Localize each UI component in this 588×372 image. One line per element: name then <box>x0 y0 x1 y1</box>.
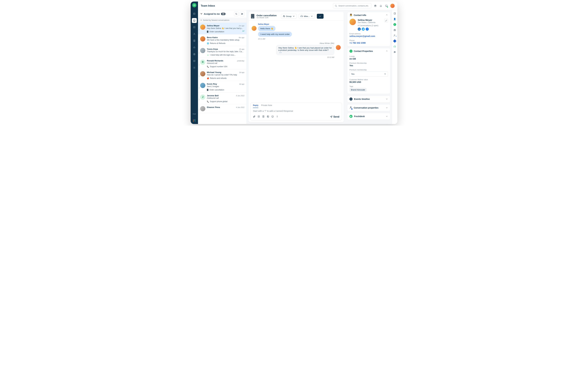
conversation-name: Jerome Bell <box>207 94 219 97</box>
canned-icon[interactable] <box>258 115 260 118</box>
conversation-name: Ronald Richards <box>207 60 223 62</box>
nav-settings[interactable] <box>192 65 197 70</box>
chevron-down-icon <box>386 98 388 100</box>
phone-value[interactable]: +1 782 342 2398 <box>349 42 388 44</box>
drag-handle-icon[interactable]: ⋮ <box>198 75 200 77</box>
locale-value: en-GB <box>349 58 388 60</box>
collapse-icon[interactable] <box>386 14 388 17</box>
avatar <box>200 48 205 53</box>
avatar: R <box>200 60 205 65</box>
conversation-item[interactable]: ⋮ Eleanor Pena 4 Jan 2022 <box>198 104 247 113</box>
conversation-preview: Thankyou so much for the reply Jake. Ca.… <box>207 51 244 53</box>
contact-conversations-link[interactable]: 4 Conversations (2 open) <box>358 24 382 27</box>
headset-support-icon[interactable] <box>393 45 396 48</box>
freshdesk-toggle[interactable]: ◐ Freshdesk <box>347 113 390 120</box>
nav-apps-grid[interactable] <box>192 118 197 123</box>
nav-library[interactable] <box>192 38 197 43</box>
conversation-list: Assigned to me 34 Sorted by Newest conve… <box>198 10 247 124</box>
chevron-down-icon <box>386 115 388 118</box>
gift-icon[interactable] <box>374 4 377 7</box>
resolve-button[interactable] <box>317 14 324 19</box>
expand-panel-icon[interactable] <box>393 12 396 15</box>
nav-billing[interactable] <box>192 52 197 57</box>
add-user-icon[interactable]: + <box>393 34 396 37</box>
avatar <box>200 36 205 41</box>
conversation-item[interactable]: ⋮ J Jerome Bell 9 Jan 2022 Outbound call… <box>198 93 247 104</box>
message-time: 10:11 AM <box>258 38 292 40</box>
conversation-item[interactable]: ⋮ Selina Meyer 2m ago Hey there Selina 👋… <box>198 23 247 34</box>
drag-handle-icon[interactable]: ⋮ <box>198 109 200 111</box>
linkedin-icon[interactable]: in <box>358 28 361 31</box>
nav-bot[interactable] <box>192 45 197 50</box>
nav-inbox[interactable] <box>192 18 197 23</box>
bell-icon[interactable] <box>379 4 382 7</box>
drag-handle-icon[interactable]: ⋮ <box>198 52 200 54</box>
conversation-time: 2h ago <box>239 48 244 50</box>
conversation-item[interactable]: ⋮ Kevin Roy 4d ago Sent 2 images Order c… <box>198 81 247 93</box>
twitter-icon[interactable] <box>362 28 365 31</box>
agent-select[interactable]: Mike... <box>299 14 315 19</box>
nav-reports[interactable] <box>192 59 197 63</box>
kb-icon[interactable] <box>262 115 265 118</box>
camera-icon[interactable] <box>393 29 396 31</box>
conversation-properties-toggle[interactable]: Conversation properties <box>347 104 390 111</box>
conversation-item[interactable]: ⋮ Yusra Zoya 2h ago Thankyou so much for… <box>198 46 247 58</box>
premium-membership-select[interactable]: Yes <box>349 71 388 77</box>
svg-point-22 <box>272 116 273 117</box>
brand-logo[interactable] <box>192 3 197 7</box>
edit-contact-button[interactable] <box>384 19 388 22</box>
drag-handle-icon[interactable]: ⋮ <box>198 98 200 101</box>
search-input[interactable]: Search conversation, contacts,etc. <box>333 3 371 8</box>
emoji-icon[interactable] <box>271 115 274 118</box>
svg-rect-20 <box>267 116 269 117</box>
sort-button[interactable] <box>234 12 239 16</box>
svg-point-14 <box>242 13 242 14</box>
composer-input[interactable]: Start with a "/" to add a Canned Respons… <box>251 108 342 114</box>
conversation-preview: Inbound call <box>207 62 244 64</box>
nav-people[interactable] <box>192 31 197 36</box>
email-value[interactable]: selina.meyer@gmail.com <box>349 35 388 37</box>
filter-label[interactable]: Assigned to me <box>204 13 220 15</box>
info-icon[interactable]: i <box>393 23 396 26</box>
phone-label: Phone <box>349 40 388 41</box>
image-icon[interactable] <box>267 115 269 118</box>
collapse-icon[interactable] <box>386 50 388 53</box>
group-select[interactable]: Group <box>281 14 297 19</box>
chevron-down-icon <box>293 15 295 17</box>
tab-private-note[interactable]: Private Note <box>261 104 272 108</box>
sort-row[interactable]: Sorted by Newest conversations <box>198 18 247 23</box>
tag-chip[interactable]: Brand Advocate <box>349 88 367 92</box>
diamond-icon[interactable] <box>393 40 396 42</box>
drag-handle-icon[interactable]: ⋮ <box>198 40 200 42</box>
facebook-icon[interactable]: f <box>366 28 369 31</box>
sliders-icon[interactable] <box>393 51 396 54</box>
svg-point-30 <box>394 30 395 31</box>
more-icon[interactable] <box>276 115 278 118</box>
attach-icon[interactable] <box>253 115 255 118</box>
conversation-item[interactable]: ⋮ Michael Young 2d ago How do I cancel m… <box>198 69 247 81</box>
conversation-item[interactable]: ⋮ R Ronald Richards yesterday Inbound ca… <box>198 58 247 69</box>
drag-handle-icon[interactable]: ⋮ <box>198 87 200 89</box>
svg-point-25 <box>277 117 277 117</box>
conversation-name: Selina Meyer <box>207 24 220 27</box>
email-label: Email address <box>349 33 388 35</box>
conversation-item[interactable]: ⋮ Bess Kairo 8m ago We have a few mandat… <box>198 34 247 46</box>
nav-integration-fivenine[interactable]: Five9 <box>192 112 197 116</box>
drag-handle-icon[interactable]: ⋮ <box>198 63 200 66</box>
contact-icon[interactable]: 👤 <box>393 17 396 21</box>
tab-reply[interactable]: Reply <box>253 104 258 108</box>
conversation-preview: Sent 2 images <box>207 85 244 88</box>
filter-settings-button[interactable] <box>240 12 244 16</box>
nav-contacts[interactable] <box>192 25 197 30</box>
monitor-status-icon[interactable] <box>385 4 388 7</box>
nav-rail: Five9 <box>191 1 198 124</box>
svg-point-24 <box>277 116 277 117</box>
nav-dashboard[interactable] <box>192 11 197 16</box>
conversation-name: Yusra Zoya <box>207 48 218 50</box>
events-timeline-toggle[interactable]: Events timeline <box>347 96 390 103</box>
user-avatar[interactable] <box>390 4 395 8</box>
sparkle-icon <box>200 19 202 21</box>
drag-handle-icon[interactable]: ⋮ <box>198 29 200 31</box>
chevron-down-icon <box>384 73 386 75</box>
send-button[interactable]: Send <box>330 115 339 118</box>
